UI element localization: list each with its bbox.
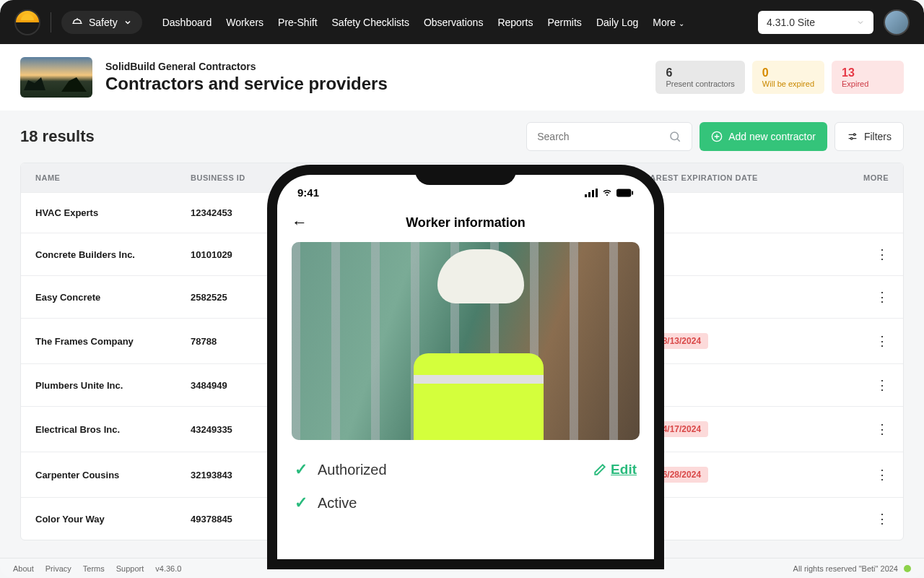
wifi-icon [601,189,613,197]
status-active-row: ✓ Active [295,486,637,519]
nav-checklists[interactable]: Safety Checklists [332,17,409,28]
status-dot-icon [904,565,911,572]
more-menu-icon[interactable]: ⋮ [876,290,889,304]
cell-name: Easy Concrete [35,292,191,303]
cell-expiration: - [638,514,845,525]
svg-rect-12 [632,191,633,195]
site-selector[interactable]: 4.31.0 Site [758,11,873,34]
cell-expiration: 06/28/2024 [638,467,845,483]
signal-icon [585,189,598,197]
footer-terms[interactable]: Terms [83,564,105,573]
cell-name: The Frames Company [35,336,191,347]
svg-point-3 [850,137,853,139]
site-thumbnail [20,57,92,98]
svg-rect-10 [596,189,598,197]
cell-expiration: - [638,249,845,260]
svg-rect-9 [592,190,594,197]
footer-copyright: All rights reserved "Beti" 2024 [793,564,898,573]
nav-workers[interactable]: Workers [226,17,263,28]
search-box[interactable] [526,122,692,151]
phone-time: 9:41 [297,186,319,199]
svg-point-0 [671,132,679,140]
cell-name: Plumbers Unite Inc. [35,380,191,391]
battery-icon [616,189,634,197]
cell-name: Carpenter Cousins [35,470,191,480]
footer-about[interactable]: About [13,564,34,573]
pencil-icon [593,463,606,476]
phone-header: ← Worker information [277,204,654,242]
worker-photo [292,242,640,440]
cell-more: ⋮ [845,423,889,436]
chevron-down-icon: ⌄ [679,20,684,27]
sliders-icon [847,131,858,142]
page-header: SolidBuild General Contractors Contracto… [0,44,924,111]
filters-button[interactable]: Filters [834,122,904,151]
cell-more: ⋮ [845,248,889,261]
th-more: MORE [845,173,889,182]
svg-point-2 [853,134,855,136]
module-switcher[interactable]: Safety [61,11,142,34]
th-expiration: NEAREST EXPIRATION DATE [638,173,845,182]
add-contractor-button[interactable]: Add new contractor [699,122,827,151]
search-input[interactable] [537,131,668,142]
nav-dashboard[interactable]: Dashboard [162,17,212,28]
cell-more: ⋮ [845,379,889,392]
nav-preshift[interactable]: Pre-Shift [278,17,317,28]
results-count: 18 results [20,127,95,146]
svg-rect-8 [588,192,590,197]
search-icon [668,130,681,143]
page-title: Contractors and service providers [105,74,388,94]
cell-more: ⋮ [845,512,889,525]
stat-expired: 13 Expired [832,61,904,94]
cell-name: HVAC Experts [35,207,191,218]
divider [51,12,51,33]
nav-observations[interactable]: Observations [424,17,483,28]
stats-row: 6 Present contractors 0 Will be expired … [655,61,904,94]
stat-will-expire: 0 Will be expired [752,61,824,94]
phone-notch [415,165,516,185]
more-menu-icon[interactable]: ⋮ [876,422,889,436]
stat-present: 6 Present contractors [655,61,744,94]
cell-expiration: - [638,380,845,391]
check-icon: ✓ [295,493,308,512]
nav-reports[interactable]: Reports [497,17,533,28]
cell-expiration: - [638,292,845,303]
user-avatar[interactable] [884,9,910,35]
top-navbar: Safety Dashboard Workers Pre-Shift Safet… [0,0,924,44]
cell-name: Color Your Way [35,514,191,525]
site-selected-value: 4.31.0 Site [767,17,815,28]
hardhat-icon [71,17,83,28]
status-authorized-row: ✓ Authorized Edit [295,453,637,486]
check-icon: ✓ [295,460,308,479]
nav-more[interactable]: More ⌄ [653,17,684,28]
cell-name: Concrete Builders Inc. [35,249,191,260]
more-menu-icon[interactable]: ⋮ [876,334,889,348]
footer-support[interactable]: Support [116,564,144,573]
plus-circle-icon [711,131,723,142]
more-menu-icon[interactable]: ⋮ [876,378,889,392]
svg-rect-7 [585,194,587,197]
more-menu-icon[interactable]: ⋮ [876,512,889,526]
phone-mockup: 9:41 ← Worker information ✓ Authorized E… [267,165,664,569]
chevron-down-icon [123,18,132,27]
nav-permits[interactable]: Permits [547,17,581,28]
more-menu-icon[interactable]: ⋮ [876,247,889,262]
brand-logo[interactable] [14,9,40,35]
edit-link[interactable]: Edit [593,462,637,478]
cell-more: ⋮ [845,290,889,303]
svg-rect-11 [616,189,631,197]
cell-more: ⋮ [845,335,889,348]
module-label: Safety [89,17,118,28]
cell-more: ⋮ [845,468,889,481]
controls-row: 18 results Add new contractor Filters [0,111,924,163]
cell-expiration: - [638,207,845,218]
nav-dailylog[interactable]: Daily Log [596,17,638,28]
th-name: NAME [35,173,191,182]
nav-links: Dashboard Workers Pre-Shift Safety Check… [162,17,684,28]
footer-version: v4.36.0 [155,564,181,573]
back-arrow-icon[interactable]: ← [292,213,308,232]
company-name: SolidBuild General Contractors [105,61,388,72]
more-menu-icon[interactable]: ⋮ [876,467,889,482]
cell-name: Electrical Bros Inc. [35,424,191,435]
footer-privacy[interactable]: Privacy [45,564,71,573]
